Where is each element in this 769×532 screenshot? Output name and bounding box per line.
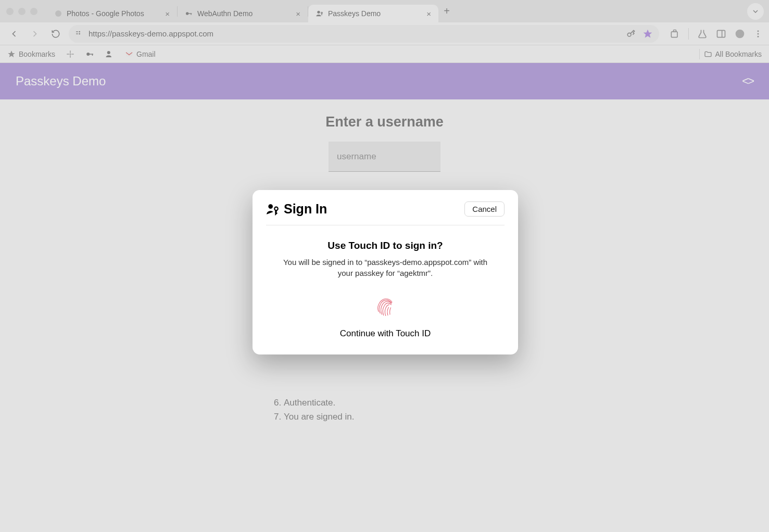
continue-touchid[interactable]: Continue with Touch ID: [266, 328, 505, 339]
signin-modal: Sign In Cancel Use Touch ID to sign in? …: [253, 190, 518, 354]
svg-point-28: [268, 204, 273, 209]
modal-prompt-body: You will be signed in to “passkeys-demo.…: [281, 257, 489, 278]
passkey-icon: [266, 202, 280, 216]
modal-title: Sign In: [266, 201, 327, 217]
modal-prompt-title: Use Touch ID to sign in?: [266, 240, 505, 251]
fingerprint-icon[interactable]: [372, 292, 399, 319]
cancel-button[interactable]: Cancel: [464, 201, 505, 217]
